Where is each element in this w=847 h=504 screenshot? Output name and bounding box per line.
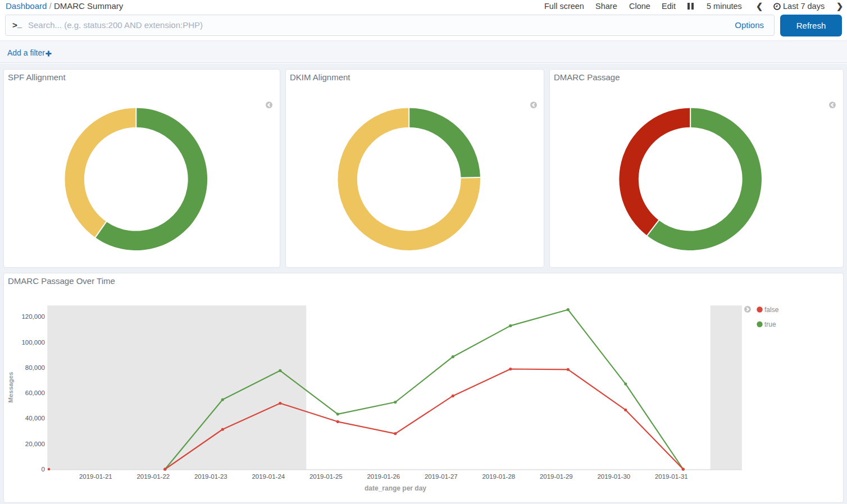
svg-text:20,000: 20,000 (25, 441, 45, 447)
svg-text:100,000: 100,000 (21, 339, 45, 346)
svg-text:80,000: 80,000 (25, 364, 45, 371)
svg-text:120,000: 120,000 (21, 313, 45, 320)
svg-text:2019-01-28: 2019-01-28 (482, 473, 515, 480)
svg-text:2019-01-31: 2019-01-31 (655, 473, 688, 480)
svg-text:2019-01-25: 2019-01-25 (309, 473, 343, 480)
svg-text:date_range per day: date_range per day (365, 484, 426, 492)
svg-text:Messages: Messages (7, 372, 14, 403)
svg-text:60,000: 60,000 (25, 390, 45, 396)
svg-text:false: false (764, 306, 779, 314)
svg-text:2019-01-21: 2019-01-21 (79, 473, 112, 480)
svg-text:2019-01-30: 2019-01-30 (597, 473, 630, 480)
svg-text:true: true (764, 320, 776, 328)
svg-text:2019-01-23: 2019-01-23 (194, 473, 227, 480)
svg-text:2019-01-29: 2019-01-29 (540, 473, 573, 480)
svg-text:2019-01-26: 2019-01-26 (367, 473, 400, 480)
svg-text:40,000: 40,000 (25, 415, 45, 421)
svg-text:0: 0 (42, 466, 45, 473)
svg-text:2019-01-24: 2019-01-24 (252, 473, 285, 480)
svg-text:2019-01-22: 2019-01-22 (136, 473, 170, 480)
svg-text:2019-01-27: 2019-01-27 (425, 473, 458, 480)
